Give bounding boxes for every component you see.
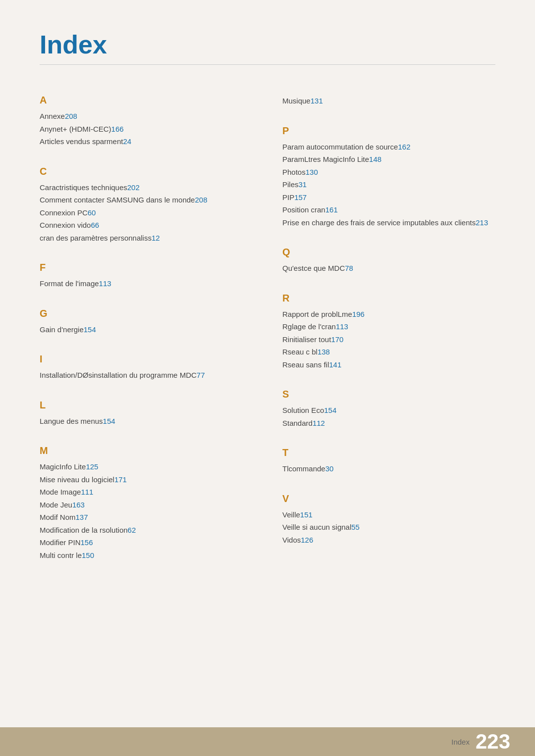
- footer-page-number: 223: [476, 731, 510, 752]
- index-item-page: 12: [152, 234, 160, 242]
- index-item: Anynet+ (HDMI-CEC)166: [40, 123, 253, 136]
- index-item-text: Rapport de problLme: [282, 310, 352, 318]
- index-item: Mode Jeu163: [40, 499, 253, 511]
- index-item-text: Connexion vido: [40, 221, 91, 229]
- index-item: ParamLtres MagicInfo Lite148: [282, 153, 495, 166]
- footer-label: Index: [451, 738, 470, 746]
- index-item-text: Piles: [282, 180, 299, 189]
- index-item-text: Comment contacter SAMSUNG dans le monde: [40, 196, 195, 204]
- index-item-page: 157: [294, 193, 307, 202]
- index-item-page: 113: [99, 279, 111, 288]
- index-item: Param autocommutation de source162: [282, 141, 495, 153]
- index-item-text: Qu'estce que MDC: [282, 264, 345, 272]
- index-item-text: Vidos: [282, 536, 301, 544]
- index-item-text: MagicInfo Lite: [40, 462, 86, 471]
- index-item: Mise niveau du logiciel171: [40, 473, 253, 486]
- index-item-text: Rseau sans fil: [282, 360, 329, 369]
- index-item: Langue des menus154: [40, 415, 253, 428]
- index-item-page: 162: [398, 143, 410, 151]
- index-item-page: 130: [306, 168, 318, 176]
- index-item-page: 126: [301, 536, 313, 544]
- index-item-text: Tlcommande: [282, 464, 325, 473]
- section-letter: P: [282, 125, 495, 137]
- index-item-text: Veille si aucun signal: [282, 523, 351, 531]
- index-item-text: Multi contr le: [40, 551, 82, 559]
- index-item: Comment contacter SAMSUNG dans le monde2…: [40, 194, 253, 206]
- index-item-page: 141: [329, 360, 341, 369]
- index-item-text: Connexion PC: [40, 208, 88, 217]
- index-item-page: 150: [82, 551, 94, 559]
- index-item: cran des paramètres personnaliss12: [40, 232, 253, 245]
- index-item-text: Modification de la rsolution: [40, 526, 128, 534]
- index-item-page: 171: [114, 475, 127, 484]
- index-item-page: 156: [81, 538, 93, 547]
- index-item-page: 148: [369, 155, 381, 163]
- section-letter: T: [282, 447, 495, 458]
- index-item-text: Mise niveau du logiciel: [40, 475, 114, 484]
- index-item: Tlcommande30: [282, 462, 495, 475]
- index-item-page: 78: [345, 264, 353, 272]
- index-item-page: 208: [195, 196, 207, 204]
- index-item-text: cran des paramètres personnaliss: [40, 234, 152, 242]
- index-item-page: 154: [103, 417, 115, 425]
- index-item-text: Position cran: [282, 205, 325, 214]
- index-section: CCaractristiques techniques202Comment co…: [40, 166, 253, 245]
- index-section: Musique131: [282, 95, 495, 107]
- index-item-text: Installation/DØsinstallation du programm…: [40, 371, 197, 379]
- index-item-page: 161: [325, 205, 338, 214]
- section-letter: M: [40, 445, 253, 456]
- index-section: FFormat de l'image113: [40, 262, 253, 290]
- section-letter: A: [40, 95, 253, 106]
- index-item-page: 31: [299, 180, 307, 189]
- section-letter: I: [40, 353, 253, 365]
- index-item: Rglage de l'cran113: [282, 320, 495, 333]
- index-item: Caractristiques techniques202: [40, 181, 253, 194]
- index-item-text: Solution Eco: [282, 406, 324, 414]
- index-item-text: Prise en charge des frais de service imp…: [282, 218, 476, 227]
- index-item-page: 163: [72, 501, 85, 509]
- section-letter: C: [40, 166, 253, 177]
- columns-wrapper: AAnnexe208Anynet+ (HDMI-CEC)166Articles …: [40, 95, 495, 579]
- index-item-text: Rseau c bl: [282, 348, 318, 356]
- index-item: PIP157: [282, 191, 495, 204]
- index-item: Prise en charge des frais de service imp…: [282, 216, 495, 229]
- index-item: Format de l'image113: [40, 277, 253, 290]
- index-item-page: 55: [351, 523, 360, 531]
- index-section: PParam autocommutation de source162Param…: [282, 125, 495, 229]
- index-item: Connexion vido66: [40, 219, 253, 232]
- index-item: Articles vendus sparment24: [40, 135, 253, 148]
- index-item-page: 138: [318, 348, 330, 356]
- index-item-page: 131: [311, 97, 323, 105]
- index-item-page: 66: [91, 221, 99, 229]
- index-item: Annexe208: [40, 110, 253, 123]
- index-section: LLangue des menus154: [40, 400, 253, 428]
- index-item-page: 196: [352, 310, 365, 318]
- index-item-page: 113: [336, 322, 348, 331]
- index-item: Rseau c bl138: [282, 346, 495, 358]
- index-item-page: 166: [111, 125, 124, 133]
- page-title: Index: [40, 30, 495, 59]
- index-item-text: Rinitialiser tout: [282, 335, 331, 344]
- index-item: Installation/DØsinstallation du programm…: [40, 369, 253, 382]
- section-letter: Q: [282, 247, 495, 258]
- index-item-text: ParamLtres MagicInfo Lite: [282, 155, 369, 163]
- index-item-page: 154: [324, 406, 336, 414]
- index-item-text: Modif Nom: [40, 513, 76, 521]
- index-item: Vidos126: [282, 534, 495, 547]
- index-item: Musique131: [282, 95, 495, 107]
- index-item-page: 111: [81, 488, 93, 496]
- index-item-page: 30: [325, 464, 334, 473]
- index-item: Piles31: [282, 178, 495, 191]
- index-item: Connexion PC60: [40, 206, 253, 219]
- left-column: AAnnexe208Anynet+ (HDMI-CEC)166Articles …: [40, 95, 253, 579]
- index-item: Position cran161: [282, 203, 495, 216]
- index-item: Veille si aucun signal55: [282, 521, 495, 534]
- index-item-page: 112: [313, 419, 325, 427]
- index-item: Rapport de problLme196: [282, 308, 495, 321]
- index-item-text: Caractristiques techniques: [40, 183, 127, 192]
- right-column: Musique131PParam autocommutation de sour…: [282, 95, 495, 579]
- index-item-text: Modifier PIN: [40, 538, 81, 547]
- index-section: RRapport de problLme196Rglage de l'cran1…: [282, 293, 495, 371]
- index-item-text: Anynet+ (HDMI-CEC): [40, 125, 111, 133]
- index-section: QQu'estce que MDC78: [282, 247, 495, 275]
